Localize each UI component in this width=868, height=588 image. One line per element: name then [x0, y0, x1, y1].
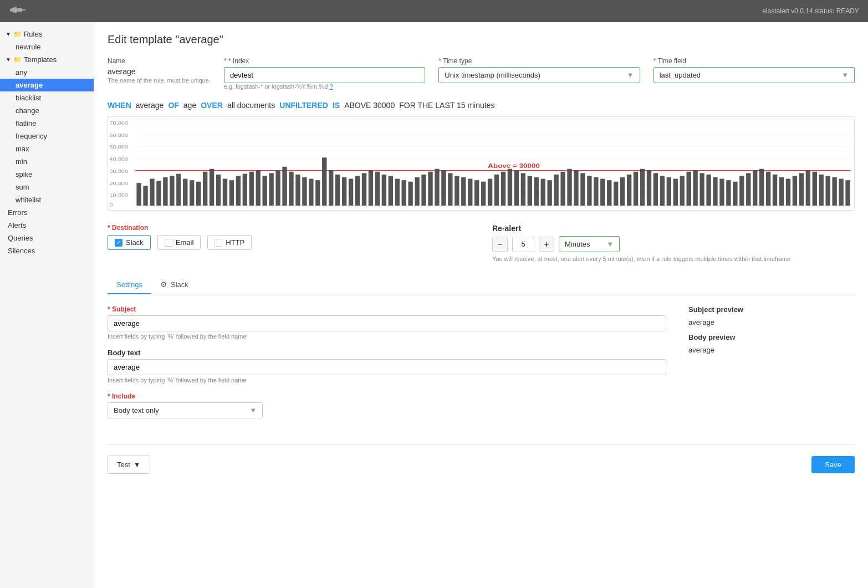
destination-options: ✓ Slack Email HTTP	[108, 235, 470, 250]
svg-rect-58	[382, 175, 386, 206]
sidebar-item-average[interactable]: average	[0, 79, 94, 91]
svg-rect-89	[587, 176, 591, 206]
svg-rect-91	[600, 179, 605, 206]
slack-label: Slack	[126, 238, 144, 247]
sidebar-item-alerts[interactable]: Alerts	[0, 219, 94, 232]
realert-unit-arrow-icon: ▼	[606, 240, 614, 248]
test-label: Test	[117, 461, 130, 469]
svg-rect-80	[528, 176, 532, 206]
svg-rect-116	[766, 172, 770, 206]
realert-unit-select[interactable]: Minutes ▼	[559, 236, 620, 252]
svg-rect-39	[256, 170, 261, 206]
svg-rect-55	[362, 173, 366, 206]
svg-rect-122	[806, 170, 810, 206]
sidebar-item-max[interactable]: max	[0, 142, 94, 155]
test-button[interactable]: Test ▼	[108, 456, 150, 474]
svg-rect-61	[402, 180, 406, 206]
svg-rect-117	[773, 175, 777, 206]
svg-rect-62	[408, 182, 412, 206]
sidebar-item-silences[interactable]: Silences	[0, 244, 94, 257]
query-is-token[interactable]: IS	[333, 101, 340, 110]
index-group: * * Index e.g. logstash-* or logstash-%Y…	[224, 57, 425, 90]
name-value: average	[108, 67, 211, 76]
svg-rect-63	[415, 177, 419, 206]
query-of-token[interactable]: OF	[168, 101, 178, 110]
subject-hint: Insert fields by typing '%' followed by …	[108, 333, 666, 340]
realert-value: 5	[512, 237, 534, 252]
sidebar-item-frequency[interactable]: frequency	[0, 130, 94, 142]
svg-rect-64	[421, 175, 426, 206]
tab-settings[interactable]: Settings	[108, 275, 151, 294]
sidebar-item-newrule[interactable]: newrule	[0, 40, 94, 53]
svg-rect-48	[315, 180, 320, 206]
query-unfiltered-token[interactable]: UNFILTERED	[279, 101, 328, 110]
sidebar-item-spike[interactable]: spike	[0, 168, 94, 181]
destination-slack-btn[interactable]: ✓ Slack	[108, 235, 151, 250]
body-input[interactable]	[108, 359, 666, 375]
realert-increment-button[interactable]: +	[539, 237, 554, 252]
sidebar-item-blacklist[interactable]: blacklist	[0, 91, 94, 104]
footer: Test ▼ Save	[108, 444, 855, 479]
svg-rect-27	[176, 174, 181, 206]
svg-rect-86	[567, 169, 571, 206]
rules-arrow-icon: ▼	[6, 31, 11, 37]
destination-col: * Destination ✓ Slack Email HTTP	[108, 224, 470, 262]
svg-rect-97	[640, 169, 645, 206]
svg-rect-84	[554, 175, 558, 206]
sidebar-rules-label: Rules	[24, 30, 42, 38]
query-over-token[interactable]: OVER	[201, 101, 223, 110]
subject-input[interactable]	[108, 315, 666, 331]
tab-slack[interactable]: ⚙ Slack	[151, 275, 197, 294]
sidebar-item-any[interactable]: any	[0, 66, 94, 79]
sidebar-templates-section[interactable]: ▼ 📁 Templates	[0, 53, 94, 66]
svg-rect-24	[156, 181, 161, 206]
sidebar-item-queries[interactable]: Queries	[0, 232, 94, 244]
time-type-value: Unix timestamp (milliseconds)	[445, 71, 540, 79]
svg-rect-74	[488, 179, 492, 206]
sidebar-item-min[interactable]: min	[0, 155, 94, 168]
svg-rect-44	[289, 172, 293, 206]
svg-rect-52	[342, 177, 346, 206]
sidebar-item-sum[interactable]: sum	[0, 181, 94, 193]
body-label: Body text	[108, 349, 666, 357]
destination-http-btn[interactable]: HTTP	[207, 235, 252, 250]
chart-svg: 70,000 60,000 50,000 40,000 30,000 20,00…	[108, 117, 854, 210]
time-type-select[interactable]: Unix timestamp (milliseconds) ▼	[438, 67, 640, 83]
destination-email-btn[interactable]: Email	[157, 235, 201, 250]
svg-rect-32	[210, 169, 214, 206]
sidebar-item-flatline[interactable]: flatline	[0, 117, 94, 130]
svg-rect-1	[17, 8, 22, 12]
svg-rect-126	[832, 177, 836, 206]
index-input[interactable]	[224, 67, 425, 83]
query-when-token[interactable]: WHEN	[108, 101, 131, 110]
svg-rect-28	[183, 179, 187, 206]
sidebar-item-whitelist[interactable]: whitelist	[0, 193, 94, 206]
svg-rect-100	[660, 176, 665, 206]
svg-rect-103	[680, 176, 685, 206]
svg-text:20,000: 20,000	[109, 181, 128, 186]
svg-rect-85	[560, 172, 565, 206]
svg-rect-82	[541, 179, 545, 206]
save-button[interactable]: Save	[811, 456, 855, 473]
svg-rect-67	[441, 170, 446, 206]
svg-rect-43	[282, 167, 287, 206]
time-field-select[interactable]: last_updated ▼	[653, 67, 855, 83]
svg-text:Above = 30000: Above = 30000	[488, 162, 540, 169]
sidebar-item-change[interactable]: change	[0, 104, 94, 117]
index-help-link[interactable]: ?	[329, 83, 333, 90]
sidebar-rules-section[interactable]: ▼ 📁 Rules	[0, 28, 94, 40]
svg-rect-50	[329, 170, 333, 206]
slack-tab-icon: ⚙	[160, 280, 167, 289]
svg-rect-90	[594, 177, 598, 206]
slack-checkbox-icon: ✓	[115, 239, 122, 247]
svg-rect-118	[779, 177, 784, 206]
include-select[interactable]: Body text only ▼	[108, 402, 263, 418]
settings-tab-label: Settings	[116, 280, 142, 289]
svg-rect-127	[839, 179, 843, 206]
svg-rect-98	[647, 170, 651, 206]
svg-rect-37	[243, 174, 247, 206]
svg-rect-40	[263, 176, 267, 206]
sidebar-item-errors[interactable]: Errors	[0, 206, 94, 219]
query-is-value: ABOVE 30000	[344, 101, 395, 110]
realert-decrement-button[interactable]: −	[492, 237, 508, 252]
